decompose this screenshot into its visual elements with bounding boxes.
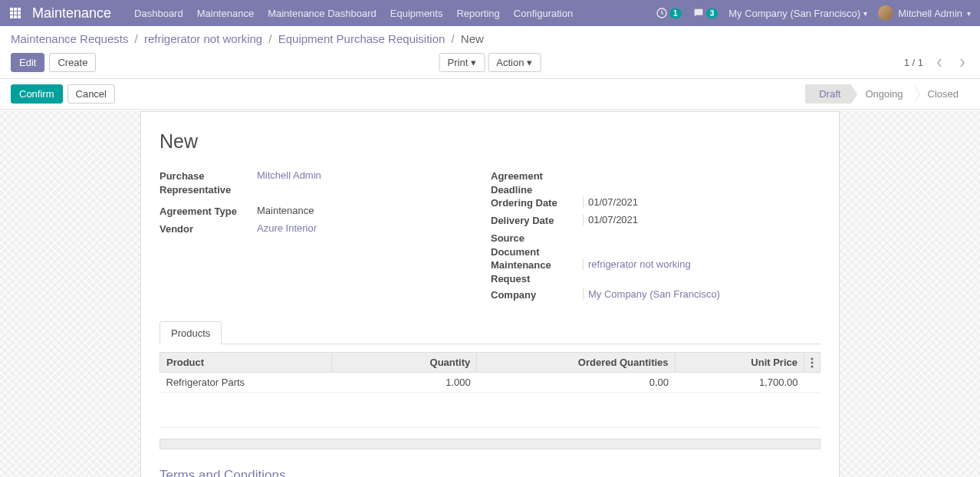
messages-indicator[interactable]: 3: [692, 7, 719, 19]
label-vendor: Vendor: [159, 222, 257, 236]
caret-down-icon: ▾: [527, 57, 532, 68]
user-menu[interactable]: Mitchell Admin ▾: [878, 5, 971, 21]
nav-menu: Dashboard Maintenance Maintenance Dashbo…: [134, 8, 656, 19]
cp-left-buttons: Edit Create: [11, 53, 96, 72]
breadcrumb-separator: /: [452, 32, 455, 45]
label-agreement-deadline: Agreement Deadline: [491, 169, 583, 196]
col-menu[interactable]: [804, 353, 821, 373]
value-company[interactable]: My Company (San Francisco): [583, 288, 821, 300]
activity-indicator[interactable]: 1: [656, 7, 682, 19]
col-product[interactable]: Product: [160, 353, 332, 373]
svg-rect-6: [10, 15, 13, 18]
clock-icon: [656, 7, 668, 19]
svg-rect-3: [10, 12, 13, 15]
pager-prev[interactable]: [932, 55, 946, 71]
terms-heading: Terms and Conditions: [159, 468, 821, 477]
col-ordered[interactable]: Ordered Quantities: [477, 353, 675, 373]
label-purchase-rep: Purchase Representative: [159, 169, 257, 196]
form-right-column: Agreement Deadline Ordering Date 01/07/2…: [489, 169, 821, 306]
nav-item-reporting[interactable]: Reporting: [456, 8, 499, 19]
messages-count: 3: [706, 8, 719, 18]
status-steps: Draft Ongoing Closed: [805, 84, 969, 104]
activity-count: 1: [669, 8, 682, 18]
pager-next[interactable]: [955, 55, 969, 71]
tab-products[interactable]: Products: [159, 321, 222, 344]
svg-point-11: [811, 361, 814, 364]
table-footer-bar: [159, 439, 821, 449]
app-brand[interactable]: Maintenance: [32, 5, 111, 21]
label-company: Company: [491, 288, 583, 302]
products-table: Product Quantity Ordered Quantities Unit…: [159, 352, 821, 428]
cp-center-buttons: Print ▾ Action ▾: [439, 53, 541, 72]
label-ordering-date: Ordering Date: [491, 196, 583, 210]
svg-rect-1: [14, 8, 17, 11]
chevron-right-icon: [959, 58, 966, 67]
confirm-button[interactable]: Confirm: [11, 84, 63, 104]
svg-rect-5: [18, 12, 21, 15]
breadcrumb-link[interactable]: Equipment Purchase Requisition: [278, 32, 446, 45]
nav-item-maintenance-dashboard[interactable]: Maintenance Dashboard: [268, 8, 377, 19]
col-unit-price[interactable]: Unit Price: [675, 353, 804, 373]
svg-rect-4: [14, 12, 17, 15]
breadcrumb: Maintenance Requests / refrigerator not …: [11, 32, 969, 45]
cp-pager: 1 / 1: [904, 55, 969, 71]
nav-item-dashboard[interactable]: Dashboard: [134, 8, 183, 19]
svg-point-12: [811, 365, 814, 367]
caret-down-icon: ▾: [471, 57, 476, 68]
cell-product: Refrigerator Parts: [160, 373, 332, 393]
statusbar-buttons: Confirm Cancel: [11, 84, 115, 104]
nav-item-configuration[interactable]: Configuration: [514, 8, 573, 19]
svg-rect-7: [14, 15, 17, 18]
table-row[interactable]: Refrigerator Parts 1.000 0.00 1,700.00: [160, 373, 821, 393]
terms-section: Terms and Conditions Note: Fridge Bulb N…: [159, 468, 821, 477]
value-maintenance-request[interactable]: refrigerator not working: [583, 258, 821, 270]
action-button[interactable]: Action ▾: [488, 53, 541, 72]
action-label: Action: [496, 57, 524, 68]
col-quantity[interactable]: Quantity: [331, 353, 476, 373]
navbar-right: 1 3 My Company (San Francisco) ▾ Mitchel…: [656, 5, 971, 21]
form-sheet: New Purchase Representative Mitchell Adm…: [140, 111, 840, 477]
chevron-left-icon: [936, 58, 943, 67]
svg-point-10: [811, 357, 814, 360]
create-button[interactable]: Create: [49, 53, 96, 72]
label-maintenance-request: Maintenance Request: [491, 258, 583, 285]
breadcrumb-link[interactable]: refrigerator not working: [144, 32, 262, 45]
print-label: Print: [448, 57, 469, 68]
breadcrumb-separator: /: [268, 32, 271, 45]
avatar: [878, 5, 893, 21]
company-name: My Company (San Francisco): [728, 8, 860, 19]
pager-text: 1 / 1: [904, 57, 923, 68]
label-agreement-type: Agreement Type: [159, 205, 257, 219]
form-left-column: Purchase Representative Mitchell Admin A…: [159, 169, 489, 306]
breadcrumb-link[interactable]: Maintenance Requests: [11, 32, 128, 45]
status-draft[interactable]: Draft: [805, 84, 851, 104]
table-header-row: Product Quantity Ordered Quantities Unit…: [160, 353, 821, 373]
company-switcher[interactable]: My Company (San Francisco) ▾: [728, 8, 867, 19]
form-columns: Purchase Representative Mitchell Admin A…: [159, 169, 821, 306]
breadcrumb-separator: /: [135, 32, 138, 45]
svg-rect-8: [18, 15, 21, 18]
breadcrumb-current: New: [461, 32, 484, 45]
svg-rect-2: [18, 8, 21, 11]
nav-item-equipments[interactable]: Equipments: [390, 8, 443, 19]
value-ordering-date: 01/07/2021: [583, 196, 821, 208]
cell-unit-price: 1,700.00: [675, 373, 804, 393]
caret-down-icon: ▾: [967, 9, 971, 18]
user-name: Mitchell Admin: [898, 8, 962, 19]
status-closed[interactable]: Closed: [914, 84, 969, 104]
nav-item-maintenance[interactable]: Maintenance: [197, 8, 254, 19]
chat-icon: [692, 7, 705, 19]
cancel-button[interactable]: Cancel: [67, 84, 115, 104]
value-vendor[interactable]: Azure Interior: [257, 222, 489, 234]
label-delivery-date: Delivery Date: [491, 214, 583, 228]
status-ongoing[interactable]: Ongoing: [851, 84, 913, 104]
print-button[interactable]: Print ▾: [439, 53, 485, 72]
edit-button[interactable]: Edit: [11, 53, 44, 72]
tabs: Products: [159, 321, 821, 344]
cell-ordered: 0.00: [477, 373, 675, 393]
apps-icon[interactable]: [9, 7, 21, 19]
content-area: New Purchase Representative Mitchell Adm…: [0, 111, 980, 477]
top-navbar: Maintenance Dashboard Maintenance Mainte…: [0, 0, 980, 26]
value-purchase-rep[interactable]: Mitchell Admin: [257, 169, 489, 181]
caret-down-icon: ▾: [863, 9, 867, 18]
